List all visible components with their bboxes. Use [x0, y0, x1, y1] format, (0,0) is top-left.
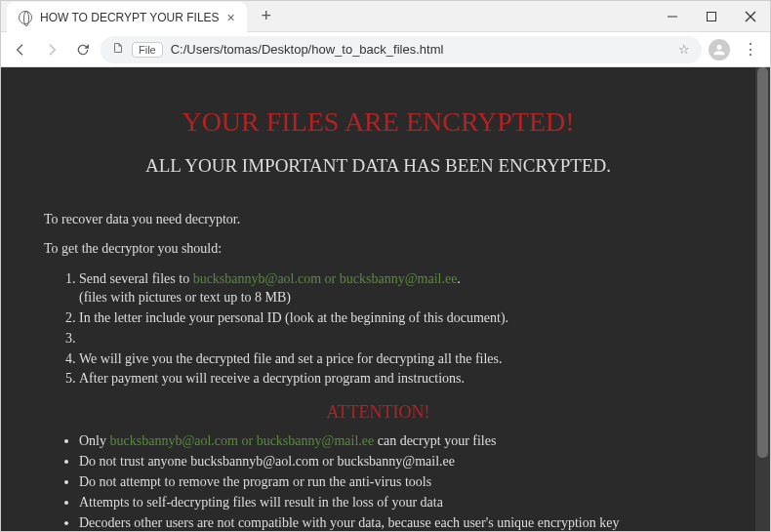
scrollbar-thumb[interactable] — [757, 67, 768, 458]
list-item: Only bucksbannyb@aol.com or bucksbanny@m… — [79, 432, 712, 451]
maximize-button[interactable] — [692, 1, 731, 32]
minimize-button[interactable] — [653, 1, 692, 32]
email-green: bucksbannyb@aol.com or bucksbanny@mail.e… — [193, 271, 458, 286]
list-item: In the letter include your personal ID (… — [79, 309, 712, 328]
address-bar: File C:/Users/tomas/Desktop/how_to_back_… — [1, 32, 770, 67]
profile-icon — [709, 39, 730, 61]
step-text: Send several files to — [79, 271, 193, 286]
browser-window: HOW TO DECRYPT YOUR FILES × + — [0, 0, 771, 532]
file-icon — [112, 42, 124, 57]
browser-tab[interactable]: HOW TO DECRYPT YOUR FILES × — [7, 2, 247, 33]
step-note: (files with pictures or text up to 8 MB) — [79, 290, 291, 305]
close-window-button[interactable] — [731, 1, 770, 32]
email-green: bucksbannyb@aol.com or bucksbanny@mail.e… — [110, 433, 375, 448]
attention-heading: ATTENTION! — [44, 402, 712, 423]
list-item: We will give you the decrypted file and … — [79, 350, 712, 369]
scheme-chip: File — [132, 42, 163, 58]
step-text: . — [457, 271, 461, 286]
page-heading: YOUR FILES ARE ENCRYPTED! — [44, 106, 712, 138]
list-item: Send several files to bucksbannyb@aol.co… — [79, 270, 712, 307]
titlebar: HOW TO DECRYPT YOUR FILES × + — [1, 1, 770, 32]
warn-text: can decrypt your files — [374, 433, 496, 448]
warnings-list: Only bucksbannyb@aol.com or bucksbanny@m… — [79, 432, 712, 531]
page-subheading: ALL YOUR IMPORTANT DATA HAS BEEN ENCRYPT… — [44, 155, 712, 177]
list-item: Decoders other users are not compatible … — [79, 514, 712, 531]
list-item: Attempts to self-decrypting files will r… — [79, 494, 712, 512]
list-item: After payment you will receive a decrypt… — [79, 370, 712, 389]
tab-title: HOW TO DECRYPT YOUR FILES — [40, 11, 220, 24]
scrollbar-track[interactable] — [755, 67, 770, 531]
list-item — [79, 330, 712, 348]
back-button[interactable] — [7, 36, 34, 63]
kebab-menu-button[interactable]: ⋮ — [737, 36, 764, 63]
globe-icon — [19, 11, 32, 24]
profile-button[interactable] — [706, 36, 733, 63]
intro-line-1: To recover data you need decryptor. — [44, 212, 712, 227]
svg-rect-1 — [708, 12, 716, 20]
close-tab-icon[interactable]: × — [227, 10, 235, 25]
new-tab-button[interactable]: + — [255, 5, 278, 28]
ransom-note: YOUR FILES ARE ENCRYPTED! ALL YOUR IMPOR… — [1, 67, 755, 531]
url-text: C:/Users/tomas/Desktop/how_to_back_files… — [171, 42, 670, 57]
intro-line-2: To get the decryptor you should: — [44, 241, 712, 257]
url-box[interactable]: File C:/Users/tomas/Desktop/how_to_back_… — [101, 36, 702, 63]
window-controls — [653, 1, 770, 32]
reload-button[interactable] — [69, 36, 97, 63]
bookmark-star-icon[interactable]: ☆ — [678, 42, 690, 57]
forward-button[interactable] — [38, 36, 65, 63]
list-item: Do not attempt to remove the program or … — [79, 473, 712, 492]
warn-text: Only — [79, 433, 110, 448]
steps-list: Send several files to bucksbannyb@aol.co… — [79, 270, 712, 389]
list-item: Do not trust anyone bucksbannyb@aol.com … — [79, 453, 712, 471]
page-viewport: YOUR FILES ARE ENCRYPTED! ALL YOUR IMPOR… — [1, 67, 770, 531]
